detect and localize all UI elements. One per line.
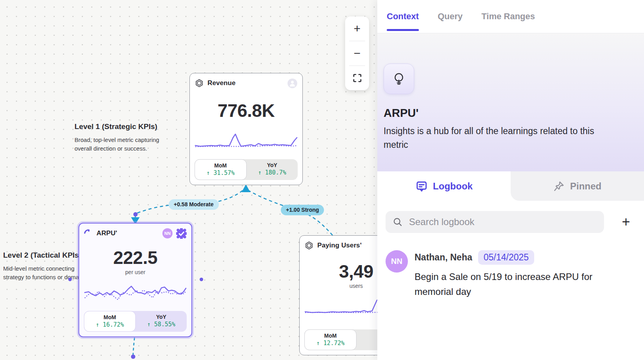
yoy-segment[interactable]: YoY ↑ 58.55% [136, 311, 187, 332]
connection-handle[interactable] [200, 278, 203, 281]
search-input[interactable] [409, 216, 597, 227]
lightbulb-icon [392, 72, 406, 86]
card-title: ARPU' [96, 229, 117, 237]
sparkline [195, 131, 298, 151]
connection-handle[interactable] [68, 278, 72, 281]
connection-handle[interactable] [131, 355, 135, 359]
metric-hero: ARPU' Insights is a hub for all of the l… [377, 33, 644, 171]
mom-value: ↑ 12.72% [305, 340, 356, 347]
logbook-pinned-tabs: Logbook Pinned [377, 171, 644, 201]
pinned-label: Pinned [570, 181, 601, 192]
crescent-icon [84, 229, 93, 238]
verified-badge-icon [176, 228, 187, 239]
fullscreen-icon [353, 74, 362, 82]
arrowhead-into-revenue-icon [242, 184, 250, 192]
entry-author: Nathan, Neha [415, 252, 472, 263]
context-panel: Context Query Time Ranges ARPU' Insights… [377, 0, 644, 360]
yoy-label: YoY [136, 314, 187, 320]
panel-tab-bar: Context Query Time Ranges [377, 0, 644, 33]
insights-tile [384, 64, 414, 94]
yoy-segment[interactable]: YoY ↑ 180.7% [247, 159, 298, 180]
yoy-label: YoY [247, 162, 298, 168]
logbook-icon [415, 180, 428, 193]
logbook-content: + NN Nathan, Neha 05/14/2025 Begin a Sal… [377, 201, 644, 299]
mom-segment[interactable]: MoM ↑ 12.72% [304, 329, 357, 350]
tab-time-ranges[interactable]: Time Ranges [481, 0, 535, 33]
pin-icon [553, 180, 565, 192]
fit-view-button[interactable] [345, 66, 369, 90]
card-title: Revenue [207, 79, 236, 87]
tab-pinned[interactable]: Pinned [511, 171, 644, 201]
mom-segment[interactable]: MoM ↑ 16.72% [84, 311, 136, 332]
owner-avatar-icon [287, 78, 298, 89]
entry-date-badge: 05/14/2025 [478, 250, 534, 265]
metric-tree-canvas[interactable]: +0.58 Moderate +1.00 Strong + − Level 1 … [0, 0, 377, 360]
logbook-search-bar [386, 211, 604, 233]
yoy-value: ↑ 58.55% [136, 321, 187, 328]
edge-label-moderate[interactable]: +0.58 Moderate [169, 199, 219, 210]
mom-label: MoM [195, 162, 246, 169]
metric-unit: per user [84, 269, 187, 275]
edge-label-strong[interactable]: +1.00 Strong [281, 205, 324, 215]
hexagon-icon [195, 78, 204, 88]
tab-context[interactable]: Context [387, 0, 419, 33]
metric-value: 776.8K [195, 100, 298, 121]
logbook-label: Logbook [433, 181, 473, 192]
period-toggle: MoM ↑ 16.72% YoY ↑ 58.55% [84, 311, 187, 332]
period-toggle: MoM ↑ 31.57% YoY ↑ 180.7% [195, 159, 298, 180]
card-title: Paying Users' [317, 242, 362, 249]
zoom-toolbar: + − [345, 16, 369, 90]
mom-label: MoM [84, 314, 135, 320]
metric-value: 222.5 [84, 247, 187, 268]
edge-arpu-down [133, 338, 135, 356]
panel-metric-title: ARPU' [384, 107, 628, 120]
search-icon [393, 216, 403, 227]
logbook-entry[interactable]: NN Nathan, Neha 05/14/2025 Begin a Sale … [386, 250, 635, 299]
zoom-in-button[interactable]: + [345, 16, 369, 41]
yoy-value: ↑ 180.7% [247, 169, 298, 176]
mom-value: ↑ 16.72% [84, 321, 135, 328]
panel-metric-description: Insights is a hub for all of the learnin… [384, 124, 615, 152]
connection-handle[interactable] [133, 212, 138, 216]
collaborator-avatar: NN [162, 228, 173, 238]
mom-label: MoM [305, 333, 356, 339]
add-logbook-entry-button[interactable]: + [617, 213, 635, 231]
zoom-out-button[interactable]: − [345, 41, 369, 65]
entry-text: Begin a Sale on 5/19 to increase ARPU fo… [415, 269, 603, 299]
tab-logbook[interactable]: Logbook [377, 171, 511, 201]
metric-card-arpu[interactable]: ARPU' NN 222.5 per user [78, 223, 192, 337]
mom-segment[interactable]: MoM ↑ 31.57% [195, 159, 247, 180]
tab-query[interactable]: Query [438, 0, 463, 33]
metric-card-revenue[interactable]: Revenue 776.8K MoM ↑ 31.57% YoY [189, 73, 303, 185]
mom-value: ↑ 31.57% [195, 169, 246, 176]
entry-avatar: NN [386, 250, 408, 273]
sparkline [84, 281, 187, 303]
app-window: +0.58 Moderate +1.00 Strong + − Level 1 … [0, 0, 644, 360]
hexagon-icon [304, 241, 314, 250]
